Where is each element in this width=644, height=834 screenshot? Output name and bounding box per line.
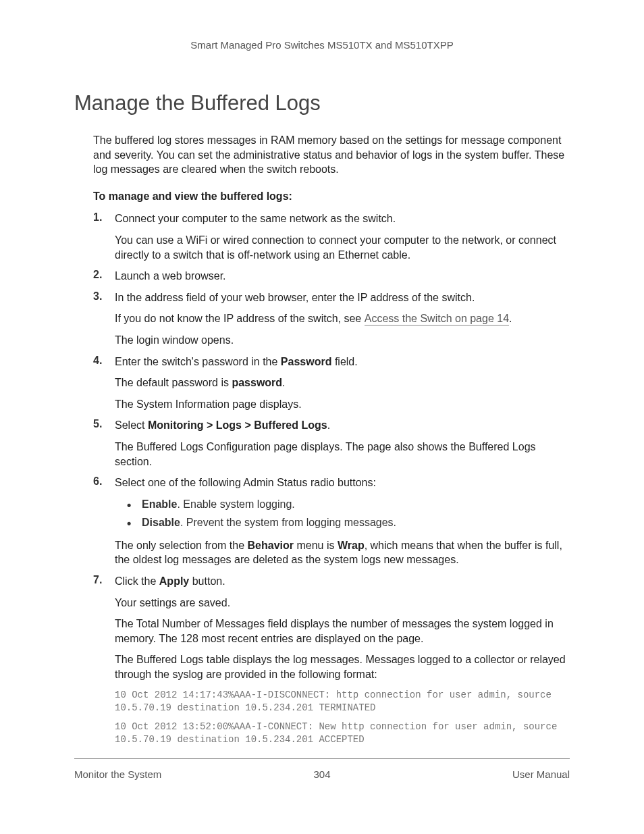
step-text: Connect your computer to the same networ… bbox=[115, 211, 570, 226]
bold-term: password bbox=[232, 377, 282, 388]
text-fragment: . Enable system logging. bbox=[177, 498, 294, 510]
step-text: Enter the switch's password in the Passw… bbox=[115, 355, 570, 369]
step-3: In the address field of your web browser… bbox=[93, 290, 570, 348]
step-5: Select Monitoring > Logs > Buffered Logs… bbox=[93, 418, 570, 469]
bullet-item: Enable. Enable system logging. bbox=[127, 497, 570, 512]
text-fragment: field. bbox=[331, 356, 357, 367]
step-4: Enter the switch's password in the Passw… bbox=[93, 355, 570, 412]
page-header: Smart Managed Pro Switches MS510TX and M… bbox=[74, 39, 570, 51]
step-2: Launch a web browser. bbox=[93, 269, 570, 284]
section-title: Manage the Buffered Logs bbox=[74, 91, 570, 115]
step-sub: The Buffered Logs table displays the log… bbox=[115, 652, 570, 681]
text-fragment: The default password is bbox=[115, 377, 232, 388]
procedure-heading: To manage and view the buffered logs: bbox=[93, 189, 570, 204]
bold-term: Behavior bbox=[248, 540, 294, 551]
step-sub: You can use a WiFi or wired connection t… bbox=[115, 233, 570, 262]
text-fragment: The only selection from the bbox=[115, 540, 248, 551]
text-fragment: button. bbox=[189, 575, 225, 587]
bullet-item: Disable. Prevent the system from logging… bbox=[127, 515, 570, 530]
text-fragment: Select bbox=[115, 419, 148, 431]
step-sub: The login window opens. bbox=[115, 333, 570, 348]
bold-term: Password bbox=[281, 356, 332, 367]
step-7: Click the Apply button. Your settings ar… bbox=[93, 574, 570, 746]
text-fragment: menu is bbox=[294, 540, 338, 551]
text-fragment: Enter the switch's password in the bbox=[115, 356, 281, 367]
step-text: Select one of the following Admin Status… bbox=[115, 475, 570, 490]
intro-paragraph: The buffered log stores messages in RAM … bbox=[93, 133, 570, 177]
text-fragment: . bbox=[327, 419, 330, 431]
code-sample: 10 Oct 2012 14:17:43%AAA-I-DISCONNECT: h… bbox=[115, 689, 570, 714]
steps-list: Connect your computer to the same networ… bbox=[93, 211, 570, 746]
step-sub: The default password is password. bbox=[115, 375, 570, 390]
step-sub: The Total Number of Messages field displ… bbox=[115, 617, 570, 646]
footer-right: User Manual bbox=[512, 768, 570, 780]
code-sample: 10 Oct 2012 13:52:00%AAA-I-CONNECT: New … bbox=[115, 721, 570, 746]
bold-term: Enable bbox=[142, 498, 177, 510]
bullet-list: Enable. Enable system logging. Disable. … bbox=[127, 497, 570, 530]
text-fragment: Click the bbox=[115, 575, 159, 587]
cross-ref-link[interactable]: Access the Switch on page 14 bbox=[365, 313, 509, 325]
step-sub: The System Information page displays. bbox=[115, 397, 570, 412]
bold-term: Disable bbox=[142, 517, 180, 528]
step-sub: If you do not know the IP address of the… bbox=[115, 311, 570, 326]
text-fragment: . Prevent the system from logging messag… bbox=[180, 517, 396, 528]
step-text: Click the Apply button. bbox=[115, 574, 570, 589]
step-text: Launch a web browser. bbox=[115, 269, 570, 284]
step-sub: Your settings are saved. bbox=[115, 596, 570, 610]
footer-left: Monitor the System bbox=[74, 768, 161, 780]
step-text: In the address field of your web browser… bbox=[115, 290, 570, 305]
step-sub: The only selection from the Behavior men… bbox=[115, 538, 570, 567]
bold-term: Wrap bbox=[338, 540, 365, 551]
bold-term: Apply bbox=[159, 575, 189, 587]
page-footer: Monitor the System 304 User Manual bbox=[74, 758, 570, 780]
text-fragment: If you do not know the IP address of the… bbox=[115, 313, 365, 324]
step-sub: The Buffered Logs Configuration page dis… bbox=[115, 440, 570, 469]
step-6: Select one of the following Admin Status… bbox=[93, 475, 570, 567]
bold-term: Monitoring > Logs > Buffered Logs bbox=[148, 419, 327, 431]
text-fragment: . bbox=[282, 377, 285, 388]
step-text: Select Monitoring > Logs > Buffered Logs… bbox=[115, 418, 570, 433]
text-fragment: . bbox=[509, 313, 512, 324]
step-1: Connect your computer to the same networ… bbox=[93, 211, 570, 262]
